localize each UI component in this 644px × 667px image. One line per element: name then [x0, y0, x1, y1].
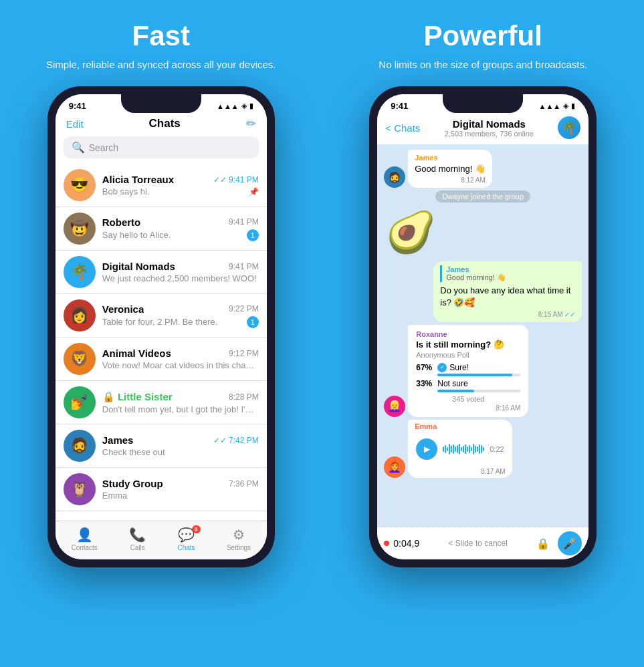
chat-time: 9:41 PM	[229, 217, 259, 227]
chat-name: Alicia Torreaux	[102, 174, 174, 185]
wave-bar	[459, 444, 460, 454]
tab-item-chats[interactable]: 💬8Chats	[178, 527, 195, 551]
chat-name: Study Group	[102, 478, 163, 489]
chat-preview: Say hello to Alice.	[102, 230, 247, 240]
wave-bar	[471, 447, 472, 451]
system-message: Dwayne joined the group	[435, 190, 530, 203]
wave-bar	[461, 447, 462, 451]
voice-duration: 0:22	[490, 445, 504, 453]
chat-name: 🔒 Little Sister	[102, 391, 173, 403]
wave-bar	[449, 444, 450, 454]
search-bar[interactable]: 🔍 Search	[64, 136, 259, 158]
tab-item-settings[interactable]: ⚙Settings	[227, 527, 251, 551]
wave-bar	[483, 447, 484, 451]
chat-name: Animal Videos	[102, 348, 171, 359]
mic-button[interactable]: 🎤	[558, 531, 582, 555]
left-phone: 9:41 ▲▲▲ ◈ ▮ Edit Chats ✏ 🔍 Search	[47, 86, 275, 567]
status-bar-right: 9:41 ▲▲▲ ◈ ▮	[377, 94, 588, 114]
tab-label: Contacts	[71, 544, 97, 551]
message-time: 8:12 AM	[415, 176, 486, 184]
lock-icon: 🔒	[536, 537, 550, 550]
status-icons-right: ▲▲▲ ◈ ▮	[539, 102, 576, 110]
poll-bar	[437, 374, 520, 376]
tab-bar: 👤Contacts📞Calls💬8Chats⚙Settings	[56, 521, 267, 559]
status-bar-left: 9:41 ▲▲▲ ◈ ▮	[56, 94, 267, 114]
wave-bar	[445, 445, 446, 453]
group-avatar: 🌴	[558, 116, 580, 139]
wave-bar	[477, 446, 478, 452]
wave-bar	[457, 445, 458, 453]
chat-time: 9:41 PM	[229, 262, 259, 271]
time-right: 9:41	[391, 101, 408, 111]
voice-bubble: ▶0:22	[408, 433, 512, 465]
edit-button[interactable]: Edit	[66, 118, 84, 130]
wave-bar	[463, 446, 464, 452]
chat-time: ✓✓ 7:42 PM	[213, 436, 259, 445]
tab-icon: ⚙	[233, 527, 245, 543]
poll-votes: 345 voted	[416, 395, 520, 403]
wifi-icon-r: ◈	[563, 102, 568, 110]
time-left: 9:41	[69, 101, 86, 111]
message-text: Good morning! 👋	[415, 163, 486, 175]
battery-icon: ▮	[249, 102, 253, 110]
voice-play-button[interactable]: ▶	[416, 438, 437, 460]
tab-label: Chats	[178, 544, 195, 551]
poll-option-label: Not sure	[437, 379, 467, 388]
wave-bar	[465, 444, 466, 454]
poll-option-label: Sure!	[449, 363, 469, 372]
poll-bar-fill	[437, 390, 474, 392]
slide-cancel: < Slide to cancel	[423, 539, 532, 548]
chat-time: 8:28 PM	[229, 392, 259, 402]
poll-bar	[437, 390, 520, 392]
chat-item[interactable]: 🌴Digital Nomads9:41 PMWe just reached 2,…	[56, 251, 267, 294]
poll-bubble: RoxanneIs it still morning? 🤔Anonymous P…	[408, 325, 528, 417]
chat-time: ✓✓ 9:41 PM	[213, 175, 259, 184]
tab-icon: 👤	[76, 527, 93, 543]
recording-indicator: 0:04,9 < Slide to cancel 🔒	[384, 537, 552, 550]
wave-bar	[443, 446, 444, 452]
tab-item-contacts[interactable]: 👤Contacts	[71, 527, 97, 551]
chat-item[interactable]: 🧔James✓✓ 7:42 PMCheck these out	[56, 424, 267, 468]
chat-item[interactable]: 🦉Study Group7:36 PMEmma	[56, 468, 267, 511]
incoming-message: JamesGood morning! 👋8:12 AM	[408, 150, 492, 188]
chat-name: James	[102, 434, 134, 446]
recording-dot	[384, 541, 389, 546]
tab-label: Settings	[227, 544, 251, 551]
left-phone-inner: 9:41 ▲▲▲ ◈ ▮ Edit Chats ✏ 🔍 Search	[56, 94, 267, 559]
poll-question: Is it still morning? 🤔	[416, 340, 520, 350]
tab-badge: 8	[192, 525, 201, 533]
wifi-icon: ◈	[241, 102, 247, 110]
chat-item[interactable]: 🤠Roberto9:41 PMSay hello to Alice.1	[56, 207, 267, 251]
left-subtitle: Simple, reliable and synced across all y…	[46, 57, 276, 72]
pin-icon: 📌	[249, 187, 259, 196]
back-button[interactable]: < Chats	[385, 122, 420, 134]
chat-item[interactable]: 😎Alicia Torreaux✓✓ 9:41 PMBob says hi.📌	[56, 164, 267, 207]
right-phone-inner: 9:41 ▲▲▲ ◈ ▮ < Chats Digital Nomads 2,50…	[377, 94, 588, 559]
chat-preview: Emma	[102, 491, 259, 501]
compose-button[interactable]: ✏	[246, 116, 256, 131]
left-title: Fast	[132, 20, 190, 52]
chat-item[interactable]: 💅🔒 Little Sister8:28 PMDon't tell mom ye…	[56, 381, 267, 424]
message-row: 🧔JamesGood morning! 👋8:12 AM	[384, 150, 582, 188]
chat-time: 9:12 PM	[229, 349, 259, 358]
chat-preview: Vote now! Moar cat videos in this channe…	[102, 360, 259, 370]
chat-preview: Don't tell mom yet, but I got the job! I…	[102, 404, 259, 414]
poll-time: 8:16 AM	[416, 404, 520, 412]
poll-row: 👱‍♀️RoxanneIs it still morning? 🤔Anonymo…	[384, 325, 582, 417]
quoted-message: JamesGood morning! 👋	[440, 265, 575, 282]
chat-item[interactable]: 👩Veronica9:22 PMTable for four, 2 PM. Be…	[56, 294, 267, 338]
messages-container: 🧔JamesGood morning! 👋8:12 AMDwayne joine…	[384, 150, 582, 478]
tab-icon: 💬8	[178, 527, 195, 543]
chat-item[interactable]: 🦁Animal Videos9:12 PMVote now! Moar cat …	[56, 338, 267, 381]
left-panel: Fast Simple, reliable and synced across …	[0, 0, 322, 667]
poll-bar-fill	[437, 374, 512, 376]
chat-preview: Check these out	[102, 447, 259, 457]
chat-preview: Bob says hi.	[102, 186, 249, 196]
sticker-message: 🥑	[384, 205, 437, 259]
chat-preview: Table for four, 2 PM. Be there.	[102, 317, 247, 327]
chat-time: 7:36 PM	[229, 479, 259, 489]
group-name: Digital Nomads	[424, 118, 554, 130]
tab-item-calls[interactable]: 📞Calls	[129, 527, 146, 551]
wave-bar	[467, 446, 468, 452]
unread-badge: 1	[247, 316, 259, 328]
